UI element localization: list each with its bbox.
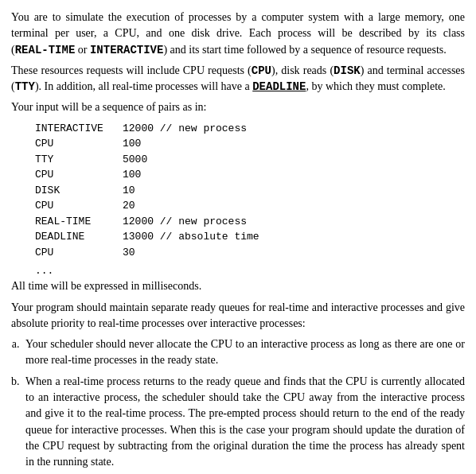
list-item-b: When a real-time process returns to the …: [22, 374, 465, 471]
code-key-6: REAL-TIME: [35, 214, 123, 230]
p1-or: or: [75, 44, 90, 56]
paragraph-3: Your input will be a sequence of pairs a…: [11, 99, 465, 115]
paragraph-1: You are to simulate the execution of pro…: [11, 10, 465, 58]
code-row-6: REAL-TIME 12000 // new process: [35, 214, 465, 230]
code-val-3: 100: [123, 167, 141, 183]
list-a-text: Your scheduler should never allocate the…: [25, 338, 465, 366]
paragraph-5: Your program should maintain separate re…: [11, 300, 465, 332]
list-item-a: Your scheduler should never allocate the…: [22, 336, 465, 369]
p5-text: Your program should maintain separate re…: [11, 301, 465, 329]
code-val-1: 100: [123, 136, 141, 152]
disk-code-1: DISK: [334, 64, 361, 77]
p1-rest: ) and its start time followed by a seque…: [163, 44, 446, 56]
tty-code-1: TTY: [15, 80, 35, 93]
code-val-0: 12000 // new process: [123, 121, 247, 137]
code-row-8: CPU 30: [35, 245, 465, 261]
p3-text: Your input will be a sequence of pairs a…: [11, 101, 206, 113]
paragraph-2: These resources requests will include CP…: [11, 63, 465, 95]
code-row-1: CPU 100: [35, 136, 465, 152]
code-val-7: 13000 // absolute time: [123, 229, 259, 245]
code-val-5: 20: [123, 198, 135, 214]
code-val-6: 12000 // new process: [123, 214, 247, 230]
code-key-0: INTERACTIVE: [35, 121, 123, 137]
code-key-8: CPU: [35, 245, 123, 261]
list-b-text: When a real-time process returns to the …: [25, 375, 465, 468]
code-key-4: DISK: [35, 183, 123, 199]
code-val-4: 10: [123, 183, 135, 199]
code-row-3: CPU 100: [35, 167, 465, 183]
code-key-2: TTY: [35, 152, 123, 168]
p2-end: , by which they must complete.: [306, 80, 445, 92]
code-block: INTERACTIVE 12000 // new process CPU 100…: [35, 121, 465, 261]
code-val-2: 5000: [123, 152, 147, 168]
code-key-7: DEADLINE: [35, 229, 123, 245]
interactive-code-1: INTERACTIVE: [90, 44, 163, 56]
realtime-code-1: REAL‑TIME: [15, 44, 76, 56]
requirements-list: Your scheduler should never allocate the…: [22, 336, 465, 470]
code-row-7: DEADLINE 13000 // absolute time: [35, 229, 465, 245]
p2-mid1: ), disk reads (: [271, 64, 334, 76]
paragraph-4: All time will be expressed in millisecon…: [11, 278, 465, 294]
cpu-code-1: CPU: [252, 64, 271, 77]
ellipsis: ...: [35, 265, 465, 277]
code-row-2: TTY 5000: [35, 152, 465, 168]
p4-text: All time will be expressed in millisecon…: [11, 280, 201, 292]
code-key-5: CPU: [35, 198, 123, 214]
code-val-8: 30: [123, 245, 135, 261]
code-row-5: CPU 20: [35, 198, 465, 214]
p2-mid3: ). In addition, all real-time processes …: [35, 80, 252, 92]
deadline-code-1: DEADLINE: [252, 80, 306, 93]
p2-start: These resources requests will include CP…: [11, 64, 252, 76]
code-row-0: INTERACTIVE 12000 // new process: [35, 121, 465, 137]
code-key-3: CPU: [35, 167, 123, 183]
code-key-1: CPU: [35, 136, 123, 152]
code-row-4: DISK 10: [35, 183, 465, 199]
